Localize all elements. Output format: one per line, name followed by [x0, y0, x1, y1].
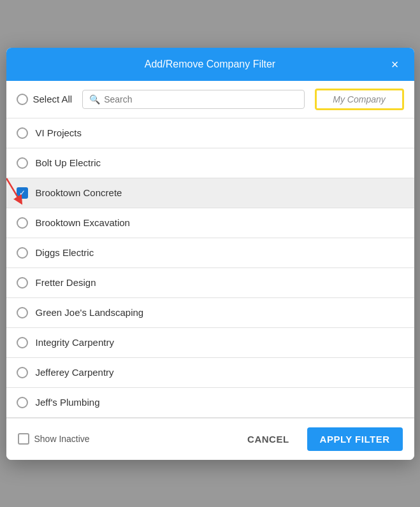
company-list: VI ProjectsBolt Up ElectricBrooktown Con…: [6, 118, 414, 418]
red-arrow-annotation: [6, 175, 34, 207]
footer-buttons: CANCEL APPLY FILTER: [237, 427, 402, 451]
item-radio: [17, 397, 28, 408]
list-item[interactable]: Fretter Design: [6, 268, 414, 298]
list-item[interactable]: Jeff's Plumbing: [6, 388, 414, 418]
item-label: Brooktown Excavation: [36, 217, 130, 228]
item-radio: [17, 157, 28, 169]
item-label: Fretter Design: [36, 277, 96, 288]
svg-line-1: [6, 178, 26, 200]
item-label: VI Projects: [36, 127, 82, 138]
my-company-button[interactable]: My Company: [315, 89, 404, 110]
list-item[interactable]: Jefferey Carpentry: [6, 358, 414, 388]
list-item[interactable]: VI Projects: [6, 118, 414, 148]
select-all-row[interactable]: Select All: [17, 94, 73, 105]
item-label: Green Joe's Landscaping: [36, 307, 144, 318]
modal-header: Add/Remove Company Filter ×: [6, 48, 414, 81]
item-label: Integrity Carpentry: [36, 337, 114, 348]
item-radio: [17, 127, 28, 139]
apply-filter-button[interactable]: APPLY FILTER: [307, 427, 403, 451]
top-bar: Select All 🔍 My Company: [6, 81, 414, 118]
list-item[interactable]: Green Joe's Landscaping: [6, 298, 414, 328]
item-radio: [17, 337, 28, 348]
select-all-label: Select All: [33, 94, 73, 104]
show-inactive-checkbox[interactable]: [18, 433, 29, 445]
list-item[interactable]: Diggs Electric: [6, 238, 414, 268]
search-icon: 🔍: [89, 94, 100, 104]
item-label: Diggs Electric: [36, 247, 94, 258]
item-radio: [17, 277, 28, 289]
item-label: Bolt Up Electric: [36, 157, 101, 168]
list-item[interactable]: Brooktown Concrete: [6, 178, 414, 208]
list-item[interactable]: Bolt Up Electric: [6, 148, 414, 178]
select-all-radio[interactable]: [17, 94, 28, 105]
item-label: Jeff's Plumbing: [36, 397, 100, 408]
modal-title: Add/Remove Company Filter: [33, 59, 387, 70]
modal-footer: Show Inactive CANCEL APPLY FILTER: [6, 418, 414, 460]
cancel-button[interactable]: CANCEL: [237, 427, 300, 451]
item-label: Brooktown Concrete: [36, 187, 122, 198]
search-wrapper: 🔍: [82, 90, 304, 109]
list-item[interactable]: Integrity Carpentry: [6, 328, 414, 358]
item-radio: [17, 367, 28, 378]
search-input[interactable]: [104, 94, 297, 104]
show-inactive-row[interactable]: Show Inactive: [18, 433, 90, 445]
modal-container: Add/Remove Company Filter × Select All 🔍…: [6, 48, 414, 460]
close-button[interactable]: ×: [387, 57, 403, 72]
show-inactive-label: Show Inactive: [34, 434, 90, 444]
item-label: Jefferey Carpentry: [36, 367, 114, 378]
list-item[interactable]: Brooktown Excavation: [6, 208, 414, 238]
item-radio: [17, 247, 28, 259]
item-radio: [17, 217, 28, 229]
item-radio: [17, 307, 28, 318]
